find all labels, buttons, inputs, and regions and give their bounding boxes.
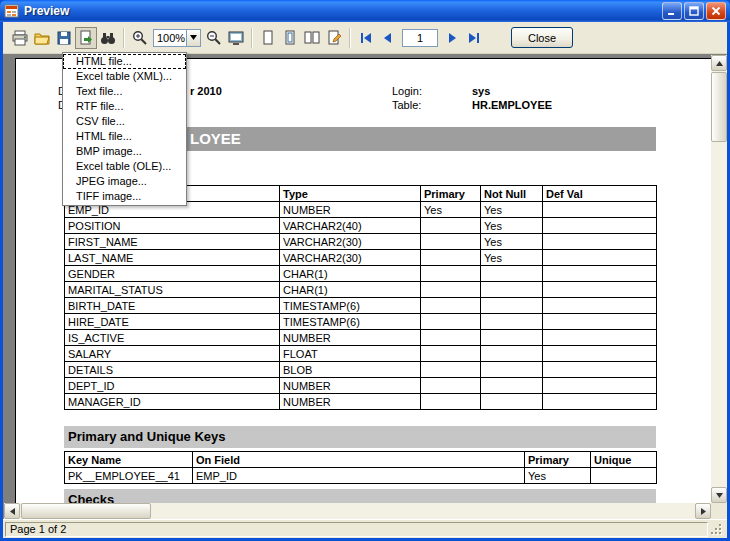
export-menu-item[interactable]: Text file...	[63, 84, 186, 99]
table-cell: Yes	[481, 234, 543, 250]
table-cell: Yes	[481, 250, 543, 266]
horizontal-scroll-thumb[interactable]	[21, 503, 151, 519]
column-header: Def Val	[543, 186, 657, 202]
export-button[interactable]	[75, 27, 97, 49]
export-menu-item[interactable]: CSV file...	[63, 114, 186, 129]
table-cell: VARCHAR2(40)	[280, 218, 421, 234]
export-menu-item[interactable]: TIFF image...	[63, 189, 186, 204]
table-cell	[543, 346, 657, 362]
table-cell: PK__EMPLOYEE__41	[65, 468, 193, 484]
save-button[interactable]	[53, 27, 75, 49]
find-button[interactable]	[97, 27, 119, 49]
minimize-button[interactable]	[662, 2, 682, 20]
page-status: Page 1 of 2	[5, 522, 708, 537]
table-cell: SALARY	[65, 346, 280, 362]
table-cell: VARCHAR2(30)	[280, 250, 421, 266]
column-header: Type	[280, 186, 421, 202]
pages-multiple-icon	[304, 30, 320, 46]
open-folder-icon	[34, 30, 50, 46]
close-window-button[interactable]	[706, 2, 726, 20]
first-page-button[interactable]	[355, 27, 377, 49]
export-menu-item[interactable]: Excel table (OLE)...	[63, 159, 186, 174]
export-menu-item[interactable]: HTML file...	[63, 129, 186, 144]
zoom-in-icon	[132, 30, 148, 46]
table-cell	[543, 218, 657, 234]
table-cell	[421, 362, 481, 378]
table-cell: BIRTH_DATE	[65, 298, 280, 314]
vertical-scroll-thumb[interactable]	[711, 72, 727, 142]
whole-page-button[interactable]	[257, 27, 279, 49]
table-label: Table:	[392, 99, 421, 111]
table-cell: HIRE_DATE	[65, 314, 280, 330]
fit-screen-button[interactable]	[225, 27, 247, 49]
table-cell	[421, 378, 481, 394]
table-cell: Yes	[481, 218, 543, 234]
table-cell: GENDER	[65, 266, 280, 282]
nav-first-icon	[359, 32, 373, 44]
app-icon	[4, 3, 20, 19]
table-row: GENDERCHAR(1)	[65, 266, 657, 282]
maximize-button[interactable]	[684, 2, 704, 20]
horizontal-scrollbar[interactable]	[4, 503, 711, 519]
export-menu-item[interactable]: RTF file...	[63, 99, 186, 114]
table-cell: Yes	[481, 202, 543, 218]
close-preview-button[interactable]: Close	[511, 27, 573, 48]
column-header: Primary	[421, 186, 481, 202]
table-cell	[543, 298, 657, 314]
column-header: Key Name	[65, 452, 193, 468]
chevron-down-icon[interactable]	[186, 30, 200, 46]
zoom-level-value: 100%	[154, 32, 186, 44]
prev-page-button[interactable]	[377, 27, 399, 49]
arrow-up-icon	[716, 61, 723, 66]
page-width-button[interactable]	[279, 27, 301, 49]
page-number-input[interactable]	[402, 29, 438, 47]
last-page-button[interactable]	[463, 27, 485, 49]
export-menu-item[interactable]: HTML file...	[63, 54, 186, 69]
zoom-button[interactable]	[129, 27, 151, 49]
table-value: HR.EMPLOYEE	[472, 99, 552, 111]
open-button[interactable]	[31, 27, 53, 49]
table-cell	[421, 314, 481, 330]
scroll-up-button[interactable]	[711, 55, 727, 71]
table-cell: NUMBER	[280, 202, 421, 218]
zoom-out-button[interactable]	[203, 27, 225, 49]
next-page-button[interactable]	[441, 27, 463, 49]
arrow-down-icon	[716, 493, 723, 498]
table-cell: LAST_NAME	[65, 250, 280, 266]
column-header: Primary	[525, 452, 591, 468]
resize-grip[interactable]	[710, 522, 725, 537]
scroll-right-button[interactable]	[695, 503, 711, 519]
table-cell: FIRST_NAME	[65, 234, 280, 250]
export-menu-item[interactable]: JPEG image...	[63, 174, 186, 189]
toolbar: 100% Close	[3, 22, 727, 54]
table-cell	[421, 394, 481, 410]
scroll-left-button[interactable]	[4, 503, 20, 519]
two-pages-button[interactable]	[301, 27, 323, 49]
vertical-scrollbar[interactable]	[711, 55, 727, 503]
edit-page-button[interactable]	[323, 27, 345, 49]
zoom-level-select[interactable]: 100%	[153, 29, 201, 47]
table-cell	[481, 330, 543, 346]
minimize-icon	[667, 6, 677, 16]
table-row: MARITAL_STATUSCHAR(1)	[65, 282, 657, 298]
preview-window: Preview 100%	[0, 0, 730, 541]
print-button[interactable]	[9, 27, 31, 49]
toolbar-separator	[349, 28, 351, 48]
titlebar[interactable]: Preview	[0, 0, 730, 22]
page-margins-icon	[282, 30, 298, 46]
export-menu-item[interactable]: Excel table (XML)...	[63, 69, 186, 84]
toolbar-separator	[123, 28, 125, 48]
table-cell	[481, 298, 543, 314]
table-cell	[543, 394, 657, 410]
nav-last-icon	[467, 32, 481, 44]
window-title: Preview	[24, 4, 662, 18]
table-cell: Yes	[421, 202, 481, 218]
export-menu-item[interactable]: BMP image...	[63, 144, 186, 159]
nav-next-icon	[445, 32, 459, 44]
table-cell: CHAR(1)	[280, 266, 421, 282]
table-cell	[481, 378, 543, 394]
scroll-down-button[interactable]	[711, 487, 727, 503]
table-cell	[543, 330, 657, 346]
fields-table: TypePrimaryNot NullDef ValEMP_IDNUMBERYe…	[64, 185, 657, 410]
table-row: HIRE_DATETIMESTAMP(6)	[65, 314, 657, 330]
